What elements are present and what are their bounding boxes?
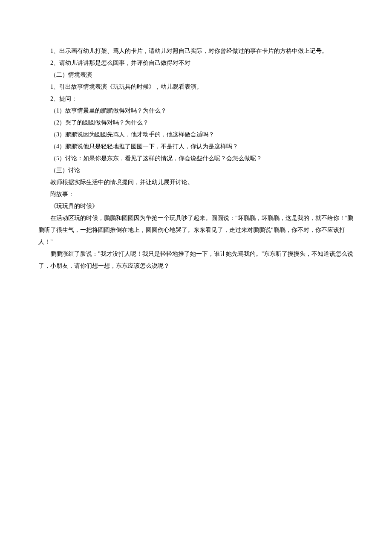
- story-paragraph: 鹏鹏涨红了脸说："我才没打人呢！我只是轻轻地推了她一下，谁让她先骂我的。"东东听…: [38, 248, 354, 272]
- story-paragraph: 在活动区玩的时候，鹏鹏和圆圆因为争抢一个玩具吵了起来。圆圆说："坏鹏鹏，坏鹏鹏，…: [38, 212, 354, 248]
- text-line: 1、引出故事情境表演《玩玩具的时候》，幼儿观看表演。: [38, 81, 354, 93]
- text-line: （3）鹏鹏说因为圆圆先骂人，他才动手的，他这样做合适吗？: [38, 129, 354, 141]
- horizontal-divider: [38, 30, 354, 30]
- text-line: （4）鹏鹏说他只是轻轻地推了圆圆一下，不是打人，你认为是这样吗？: [38, 141, 354, 153]
- document-content: 1、出示画有幼儿打架、骂人的卡片，请幼儿对照自己实际，对你曾经做过的事在卡片的方…: [38, 45, 354, 272]
- text-line: 《玩玩具的时候》: [38, 200, 354, 212]
- text-line: 2、请幼儿讲讲那是怎么回事，并评价自己做得对不对: [38, 57, 354, 69]
- text-line: （1）故事情景里的鹏鹏做得对吗？为什么？: [38, 105, 354, 117]
- text-line: （二）情境表演: [38, 69, 354, 81]
- text-line: 2、提问：: [38, 93, 354, 105]
- text-line: （三）讨论: [38, 165, 354, 176]
- text-line: （2）哭了的圆圆做得对吗？为什么？: [38, 117, 354, 129]
- text-line: 教师根据实际生活中的情境提问，并让幼儿展开讨论。: [38, 176, 354, 188]
- text-line: 附故事：: [38, 188, 354, 200]
- text-line: （5）讨论：如果你是东东，看见了这样的情况，你会说些什么呢？会怎么做呢？: [38, 153, 354, 165]
- text-line: 1、出示画有幼儿打架、骂人的卡片，请幼儿对照自己实际，对你曾经做过的事在卡片的方…: [38, 45, 354, 57]
